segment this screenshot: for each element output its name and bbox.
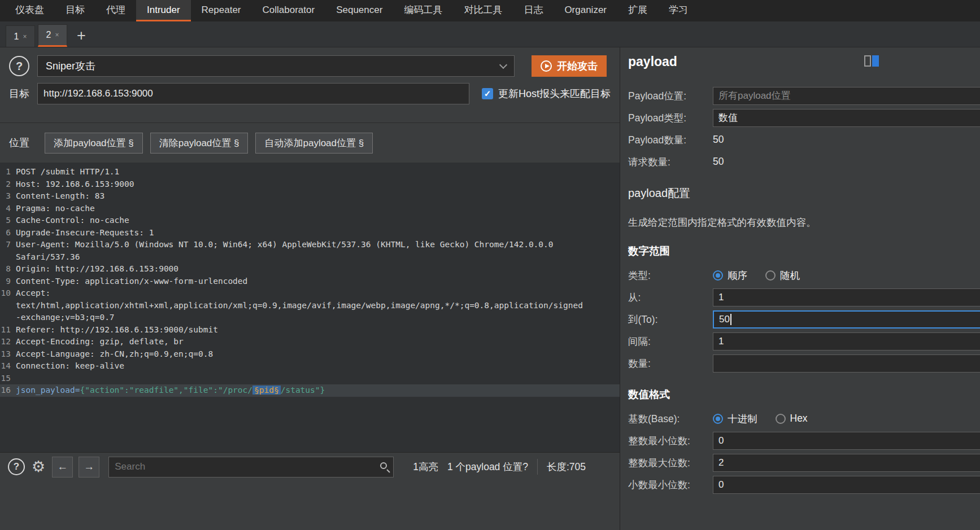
menu-item-2[interactable]: 代理 bbox=[95, 0, 136, 21]
tab-label: 2 bbox=[46, 30, 51, 40]
menu-item-12[interactable]: 学习 bbox=[658, 0, 699, 21]
menu-item-1[interactable]: 目标 bbox=[55, 0, 95, 21]
request-line: 11Referer: http://192.168.6.153:9000/sub… bbox=[0, 324, 620, 336]
menu-item-11[interactable]: 扩展 bbox=[617, 0, 658, 21]
clear-payload-position-button[interactable]: 清除payload位置 § bbox=[150, 133, 249, 154]
payload-set-input[interactable] bbox=[713, 87, 980, 105]
frac-min-digits-input[interactable] bbox=[713, 476, 980, 494]
line-number: 16 bbox=[0, 384, 16, 397]
start-attack-button[interactable]: 开始攻击 bbox=[532, 55, 607, 77]
int-min-digits-row: 整数最小位数: bbox=[628, 431, 980, 450]
add-payload-position-button[interactable]: 添加payload位置 § bbox=[45, 133, 143, 154]
add-tab-button[interactable]: + bbox=[70, 27, 93, 45]
play-icon bbox=[541, 60, 552, 72]
radio-sequential[interactable]: 顺序 bbox=[713, 269, 747, 282]
attack-type-dropdown[interactable]: Sniper攻击 bbox=[37, 55, 515, 77]
menu-item-9[interactable]: 日志 bbox=[513, 0, 554, 21]
request-line: 12Accept-Encoding: gzip, deflate, br bbox=[0, 336, 620, 348]
line-number: 8 bbox=[0, 263, 16, 275]
request-line: 9Content-Type: application/x-www-form-ur… bbox=[0, 275, 620, 288]
radio-icon bbox=[765, 270, 776, 281]
menubar: 仪表盘目标代理IntruderRepeaterCollaboratorSeque… bbox=[0, 0, 980, 21]
payload-type-input[interactable] bbox=[713, 109, 980, 127]
menu-item-5[interactable]: Collaborator bbox=[252, 0, 326, 21]
request-line-text: Connection: keep-alive bbox=[16, 360, 620, 373]
radio-decimal[interactable]: 十进制 bbox=[713, 412, 757, 426]
request-line: 7User-Agent: Mozilla/5.0 (Windows NT 10.… bbox=[0, 239, 620, 251]
payload-panel-title: payload bbox=[628, 54, 980, 69]
request-line: text/html,application/xhtml+xml,applicat… bbox=[0, 300, 620, 312]
request-line: Safari/537.36 bbox=[0, 251, 620, 264]
search-icon bbox=[380, 462, 387, 469]
chevron-down-icon bbox=[499, 60, 507, 68]
settings-gear-icon[interactable]: ⚙ bbox=[32, 459, 45, 475]
update-host-checkbox[interactable]: ✓ bbox=[482, 88, 493, 99]
next-match-button[interactable]: → bbox=[79, 457, 99, 478]
request-segment: /status"} bbox=[281, 386, 325, 395]
request-segment: {"action":"readfile","file":"/proc/ bbox=[80, 386, 253, 395]
request-line-text: -exchange;v=b3;q=0.7 bbox=[16, 312, 620, 324]
radio-random[interactable]: 随机 bbox=[765, 269, 800, 282]
target-url-input[interactable] bbox=[37, 83, 469, 104]
search-input[interactable] bbox=[108, 457, 394, 478]
menu-item-0[interactable]: 仪表盘 bbox=[5, 0, 55, 21]
line-number: 7 bbox=[0, 239, 16, 251]
request-line-text: json_payload={"action":"readfile","file"… bbox=[16, 384, 620, 397]
menu-item-10[interactable]: Organizer bbox=[554, 0, 617, 21]
range-from-row: 从: bbox=[628, 288, 980, 306]
payload-count-row: Payload数量: 50 bbox=[628, 130, 980, 149]
auto-add-payload-position-button[interactable]: 自动添加payload位置 § bbox=[255, 133, 373, 154]
menu-item-3[interactable]: Intruder bbox=[136, 0, 191, 21]
payload-set-row: Payload位置: bbox=[628, 86, 980, 105]
menu-item-6[interactable]: Sequencer bbox=[325, 0, 393, 21]
line-number: 1 bbox=[0, 166, 16, 178]
radio-icon bbox=[713, 270, 723, 281]
line-number: 11 bbox=[0, 324, 16, 336]
menu-item-8[interactable]: 对比工具 bbox=[453, 0, 513, 21]
int-max-digits-input[interactable] bbox=[713, 454, 980, 472]
line-number bbox=[0, 251, 16, 264]
text-cursor bbox=[730, 314, 731, 325]
number-format-title: 数值格式 bbox=[628, 387, 980, 401]
payload-config-title: payload配置 bbox=[628, 186, 980, 201]
request-line-text: Accept-Language: zh-CN,zh;q=0.9,en;q=0.8 bbox=[16, 348, 620, 361]
line-number: 5 bbox=[0, 214, 16, 227]
range-from-input[interactable] bbox=[713, 288, 980, 306]
radio-icon bbox=[713, 414, 723, 424]
range-step-input[interactable] bbox=[713, 332, 980, 351]
number-range-title: 数字范围 bbox=[628, 244, 980, 258]
line-number: 2 bbox=[0, 178, 16, 191]
range-count-input[interactable] bbox=[713, 354, 980, 373]
request-segment: json_payload= bbox=[16, 386, 80, 395]
request-line: 16json_payload={"action":"readfile","fil… bbox=[0, 384, 620, 397]
request-line-text: Referer: http://192.168.6.153:9000/submi… bbox=[16, 324, 620, 336]
radio-hex[interactable]: Hex bbox=[776, 413, 808, 424]
prev-match-button[interactable]: ← bbox=[52, 457, 73, 478]
request-line-text: Upgrade-Insecure-Requests: 1 bbox=[16, 227, 620, 239]
payload-panel: payload Payload位置: Payload类型: Payload数量:… bbox=[620, 47, 980, 530]
divider bbox=[537, 459, 538, 475]
base-row: 基数(Base): 十进制 Hex bbox=[628, 409, 980, 428]
request-line: 14Connection: keep-alive bbox=[0, 360, 620, 373]
request-editor[interactable]: 1POST /submit HTTP/1.12Host: 192.168.6.1… bbox=[0, 163, 620, 452]
help-icon[interactable]: ? bbox=[9, 56, 29, 76]
close-icon[interactable]: × bbox=[55, 31, 59, 39]
int-min-digits-input[interactable] bbox=[713, 432, 980, 450]
range-to-row: 到(To): 50 bbox=[628, 310, 980, 328]
range-to-input[interactable]: 50 bbox=[713, 310, 980, 328]
attack-tab-2[interactable]: 2× bbox=[38, 24, 67, 47]
menu-item-7[interactable]: 编码工具 bbox=[393, 0, 453, 21]
menu-item-4[interactable]: Repeater bbox=[191, 0, 252, 21]
int-max-digits-row: 整数最大位数: bbox=[628, 453, 980, 472]
request-line: 10Accept: bbox=[0, 287, 620, 300]
request-line: 4Pragma: no-cache bbox=[0, 203, 620, 215]
close-icon[interactable]: × bbox=[23, 33, 27, 41]
target-label: 目标 bbox=[9, 87, 37, 100]
layout-icon[interactable] bbox=[864, 55, 879, 67]
help-icon-statusbar[interactable]: ? bbox=[8, 458, 25, 475]
request-line-text: POST /submit HTTP/1.1 bbox=[16, 166, 620, 178]
update-host-label: 更新Host报头来匹配目标 bbox=[498, 87, 611, 100]
range-step-row: 间隔: bbox=[628, 332, 980, 351]
attack-tab-1[interactable]: 1× bbox=[6, 25, 35, 47]
request-line: 5Cache-Control: no-cache bbox=[0, 214, 620, 227]
